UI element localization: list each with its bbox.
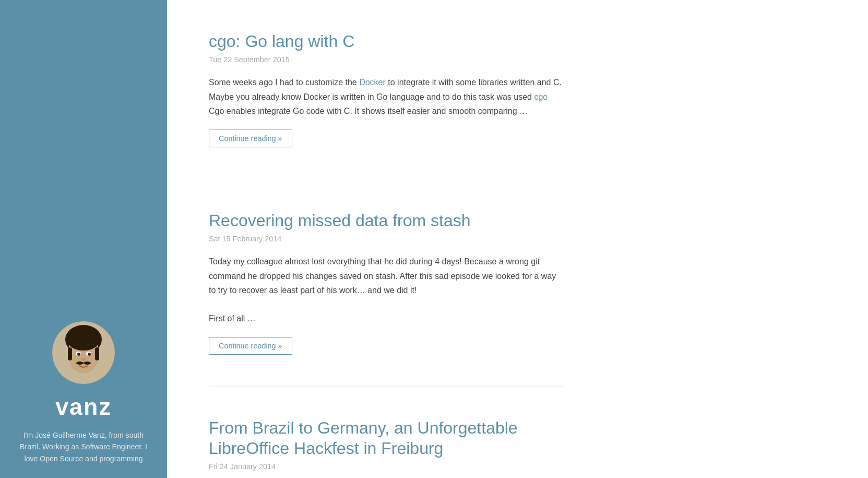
post-body: Some weeks ago I had to customize the Do… — [209, 75, 564, 118]
main-content: cgo: Go lang with C Tue 22 September 201… — [167, 0, 868, 478]
post-date: Tue 22 September 2015 — [209, 55, 564, 64]
post-date: Fri 24 January 2014 — [209, 462, 564, 471]
sidebar-bio: I'm José Guilherme Vanz, from south Braz… — [0, 429, 167, 465]
post-date: Sat 15 February 2014 — [209, 235, 564, 243]
svg-rect-12 — [95, 347, 99, 360]
continue-reading-button[interactable]: Continue reading » — [209, 130, 292, 147]
sidebar: vanz I'm José Guilherme Vanz, from south… — [0, 0, 167, 478]
post-body: Today my colleague almost lost everythin… — [209, 254, 564, 325]
continue-reading-button[interactable]: Continue reading » — [209, 337, 292, 355]
svg-rect-11 — [68, 347, 72, 360]
svg-point-9 — [76, 362, 84, 365]
svg-point-7 — [88, 353, 91, 356]
svg-point-8 — [81, 358, 86, 361]
post-title[interactable]: cgo: Go lang with C — [209, 31, 564, 51]
post-item: From Brazil to Germany, an Unforgettable… — [209, 418, 564, 471]
docker-link[interactable]: Docker — [359, 78, 386, 87]
post-title[interactable]: From Brazil to Germany, an Unforgettable… — [209, 418, 564, 458]
cgo-link[interactable]: cgo — [534, 92, 548, 101]
avatar — [52, 321, 115, 384]
post-title[interactable]: Recovering missed data from stash — [209, 211, 564, 230]
svg-point-13 — [68, 332, 99, 351]
post-item: cgo: Go lang with C Tue 22 September 201… — [209, 31, 564, 147]
post-item: Recovering missed data from stash Sat 15… — [209, 211, 564, 355]
post-divider — [209, 386, 564, 387]
post-divider — [209, 179, 564, 179]
svg-point-6 — [77, 353, 80, 356]
svg-point-10 — [84, 362, 91, 365]
sidebar-name: vanz — [55, 393, 112, 420]
